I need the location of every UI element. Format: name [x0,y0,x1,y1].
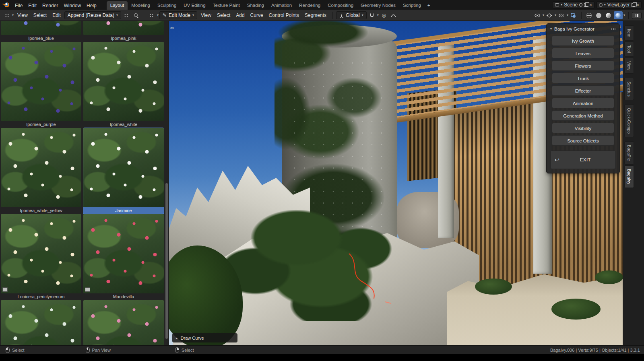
asset-thumbnail[interactable] [83,21,164,35]
snap-toggle-button[interactable] [367,11,376,19]
menu-help[interactable]: Help [84,2,99,10]
side-tab-item[interactable]: Item [624,25,634,41]
workspace-tab-animation[interactable]: Animation [268,1,295,10]
shading-solid-button[interactable] [594,11,603,19]
scene-unlink-icon[interactable]: × [589,3,592,7]
draw-curve-panel[interactable]: ▸ Draw Curve [172,333,237,342]
workspace-tab-layout[interactable]: Layout [107,1,128,10]
asset-thumbnail[interactable] [83,128,164,207]
side-tab-sanctus[interactable]: Sanctus [624,78,634,100]
asset-item-item[interactable] [83,300,164,345]
viewlayer-name[interactable]: ViewLayer [607,2,630,8]
scene-browse-icon[interactable] [555,3,559,6]
browser-menu-select[interactable]: Select [31,11,50,20]
side-tab-tool[interactable]: Tool [624,41,634,56]
asset-item-lonicera-periclymenum[interactable]: Lonicera_periclymenum [1,214,81,300]
asset-thumbnail[interactable] [1,128,81,207]
panel-button-generation-method[interactable]: Generation Method [552,110,614,121]
viewport-3d[interactable]: <> ▸ Draw Curve ▾ Baga Ivy Generator Ivy… [169,21,623,345]
menu-render[interactable]: Render [39,2,61,10]
visibility-caret-icon[interactable]: ▾ [543,14,544,17]
viewport-menu-segments[interactable]: Segments [302,11,329,20]
asset-item-ipomea-blue[interactable]: Ipomea_blue [1,21,81,42]
side-tab-quick-compo[interactable]: Quick-Compo [624,104,634,137]
panel-button-effector[interactable]: Effector [552,85,614,96]
panel-button-trunk[interactable]: Trunk [552,73,614,83]
exit-button[interactable]: EXIT [559,157,611,162]
asset-item-mandevilla[interactable]: Mandevilla [83,214,164,300]
asset-item-ipomea-purple[interactable]: Ipomea_purple [1,42,81,128]
panel-collapse-icon[interactable]: ▾ [550,27,552,31]
viewlayer-caret-icon[interactable]: ▾ [604,3,606,6]
workspace-tab-shading[interactable]: Shading [244,1,268,10]
exit-subpanel[interactable]: ↩ EXIT [550,151,616,169]
append-mode-dropdown[interactable]: Append (Reuse Data) ▾ [64,11,121,19]
panel-button-animation[interactable]: Animation [552,98,614,108]
menu-file[interactable]: File [12,2,25,10]
proportional-edit-button[interactable]: ◎ [380,11,388,19]
panel-button-leaves[interactable]: Leaves [552,48,614,58]
snap-caret-icon[interactable]: ▾ [377,14,379,17]
overlays-toggle-button[interactable] [557,11,566,19]
workspace-tab-rendering[interactable]: Rendering [295,1,324,10]
viewport-editor-caret-icon[interactable]: ▾ [157,14,159,17]
asset-thumbnail[interactable] [83,42,164,121]
panel-button-flowers[interactable]: Flowers [552,60,614,71]
mode-dropdown[interactable]: ✎ Edit Mode ▾ [159,11,197,19]
scene-pin-icon[interactable] [579,2,583,7]
workspace-tab-scripting[interactable]: Scripting [399,1,425,10]
scene-selector[interactable]: ▾ Scene × [553,1,594,8]
panel-button-visibility[interactable]: Visibility [552,123,614,133]
viewlayer-remove-icon[interactable]: × [637,3,639,7]
viewlayer-browse-icon[interactable] [599,3,603,7]
region-corner-widget[interactable]: <> [170,26,174,30]
shading-caret-icon[interactable]: ▾ [623,14,625,17]
expand-arrow-icon[interactable]: ▸ [176,336,178,340]
panel-button-source-objects[interactable]: Source Objects [552,135,614,146]
menu-window[interactable]: Window [61,2,84,10]
asset-thumbnail[interactable] [1,21,81,35]
shading-material-button[interactable] [604,11,613,19]
xray-toggle-button[interactable] [569,11,578,19]
asset-item-jasmine[interactable]: Jasmine [83,128,164,214]
browser-editor-type-button[interactable] [2,11,11,19]
visibility-dropdown-button[interactable] [533,11,542,19]
viewport-editor-type-button[interactable] [147,11,156,19]
panel-header[interactable]: ▾ Baga Ivy Generator [547,24,619,33]
shading-rendered-button[interactable] [614,11,623,19]
asset-item-ipomea-pink[interactable]: Ipomea_pink [83,21,164,42]
gizmo-toggle-button[interactable] [545,11,554,19]
gizmo-caret-icon[interactable]: ▾ [555,14,556,17]
asset-item-ipomea-white[interactable]: Ipomea_white [83,42,164,128]
overlays-caret-icon[interactable]: ▾ [567,14,568,17]
asset-thumbnail[interactable] [83,214,164,293]
side-tab-view[interactable]: View [624,58,634,74]
undo-icon[interactable]: ↩ [555,157,559,163]
viewport-menu-curve[interactable]: Curve [248,11,266,20]
workspace-tab-sculpting[interactable]: Sculpting [154,1,180,10]
falloff-button[interactable] [389,11,398,19]
scrollbar-thumb[interactable] [165,183,168,339]
browser-editor-caret-icon[interactable]: ▾ [12,14,14,17]
scene-new-icon[interactable] [584,3,588,7]
panel-button-ivy-growth[interactable]: Ivy Growth [552,35,614,46]
side-tab-bagapie[interactable]: BagaPie [624,141,634,165]
asset-thumbnail[interactable] [1,300,81,345]
viewport-menu-select[interactable]: Select [214,11,233,20]
transform-orientation-dropdown[interactable]: Global ▾ [336,11,367,19]
browser-menu-view[interactable]: View [14,11,31,20]
viewport-menu-view[interactable]: View [198,11,214,20]
asset-thumbnail[interactable] [1,42,81,121]
pause-button[interactable] [632,12,642,19]
workspace-tab-compositing[interactable]: Compositing [324,1,357,10]
viewport-menu-add[interactable]: Add [233,11,247,20]
side-tab-bagaivy[interactable]: BagaIvy [624,165,634,188]
viewlayer-selector[interactable]: ▾ ViewLayer × [597,1,642,8]
panel-drag-icon[interactable] [611,27,616,31]
menu-edit[interactable]: Edit [25,2,39,10]
blender-logo-icon[interactable] [2,2,10,8]
workspace-tab-modeling[interactable]: Modeling [128,1,154,10]
asset-item-ipomea-white-yellow[interactable]: Ipomea_white_yellow [1,128,81,214]
asset-item-item[interactable] [1,300,81,345]
asset-thumbnail[interactable] [83,300,164,345]
